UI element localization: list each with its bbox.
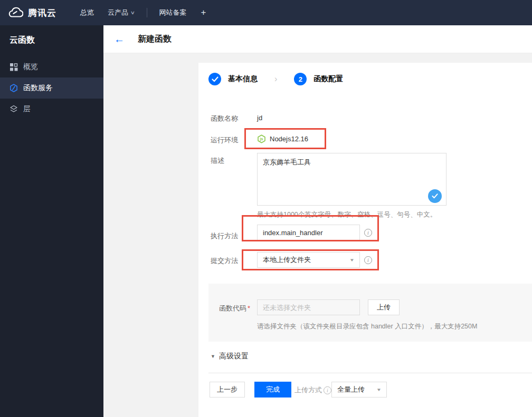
description-label: 描述 xyxy=(211,156,224,166)
check-icon xyxy=(212,76,218,82)
submit-method-label: 提交方法 xyxy=(211,256,238,266)
step2-label: 函数配置 xyxy=(314,74,343,84)
previous-step-button[interactable]: 上一步 xyxy=(210,382,245,397)
finish-button[interactable]: 完成 xyxy=(254,382,291,397)
handler-input[interactable] xyxy=(257,225,360,240)
runtime-value-row: js Nodejs12.16 xyxy=(257,134,308,143)
brand-name: 腾讯云 xyxy=(28,7,56,19)
step-chevron-icon: › xyxy=(274,74,277,84)
nav-item-overview[interactable]: 总览 xyxy=(73,0,101,25)
submit-method-value: 本地上传文件夹 xyxy=(263,255,311,265)
handler-info-icon[interactable]: i xyxy=(364,229,372,237)
svg-text:js: js xyxy=(260,137,263,141)
cloud-logo-icon xyxy=(7,7,23,18)
submit-method-info-icon[interactable]: i xyxy=(364,256,372,264)
dropdown-arrow-icon: ▼ xyxy=(376,387,382,392)
advanced-settings-toggle[interactable]: ▼ 高级设置 xyxy=(211,352,249,361)
sidebar-item-label: 概览 xyxy=(23,62,38,72)
function-code-hint: 请选择文件夹（该文件夹根目录应包含 handler 入口文件），最大支持250M xyxy=(257,322,477,331)
sidebar-item-overview[interactable]: 概览 xyxy=(0,56,103,77)
nav-item-cloud-products[interactable]: 云产品 ∨ xyxy=(101,0,141,25)
layers-icon xyxy=(10,105,18,113)
add-shortcut-button[interactable]: + xyxy=(194,7,214,18)
step2-number-circle: 2 xyxy=(294,73,307,85)
required-asterisk: * xyxy=(248,304,250,312)
description-hint: 最大支持1000个英文字母、数字、空格、逗号、句号、中文。 xyxy=(257,210,436,219)
sidebar-title: 云函数 xyxy=(0,25,103,46)
chevron-down-icon: ∨ xyxy=(130,10,135,15)
function-name-value: jd xyxy=(257,114,262,122)
sidebar-item-function-service[interactable]: 函数服务 xyxy=(0,77,103,99)
sidebar-item-layers[interactable]: 层 xyxy=(0,99,103,120)
runtime-value: Nodejs12.16 xyxy=(270,135,308,143)
page-title: 新建函数 xyxy=(138,34,172,45)
grid-icon xyxy=(10,63,18,71)
advanced-settings-label: 高级设置 xyxy=(219,352,249,361)
step1-label: 基本信息 xyxy=(228,74,258,84)
sidebar-item-label: 层 xyxy=(23,104,31,114)
dropdown-arrow-icon: ▼ xyxy=(349,258,355,263)
submit-method-select[interactable]: 本地上传文件夹 ▼ xyxy=(257,252,360,268)
upload-button[interactable]: 上传 xyxy=(368,299,400,315)
step1-done-circle xyxy=(208,73,221,85)
upload-mode-value: 全量上传 xyxy=(337,385,365,394)
step-indicator: 基本信息 › 2 函数配置 xyxy=(208,73,343,85)
back-arrow-icon[interactable]: ← xyxy=(114,34,125,44)
sidebar-item-label: 函数服务 xyxy=(23,83,53,93)
function-code-section: 函数代码* 上传 请选择文件夹（该文件夹根目录应包含 handler 入口文件）… xyxy=(208,284,532,342)
top-navbar: 腾讯云 总览 云产品 ∨ 网站备案 + xyxy=(0,0,532,25)
nav-divider xyxy=(147,8,147,17)
description-valid-check-icon xyxy=(428,189,442,203)
create-function-panel: 基本信息 › 2 函数配置 函数名称 jd 运行环境 运行环境 js Nodej… xyxy=(198,63,532,417)
footer-divider xyxy=(208,373,532,373)
content-header: ← 新建函数 xyxy=(103,25,532,53)
tencent-cloud-logo[interactable]: 腾讯云 xyxy=(7,7,56,19)
upload-mode-label: 上传方式 i xyxy=(294,385,331,395)
folder-path-input[interactable] xyxy=(257,299,360,315)
handler-label: 执行方法 xyxy=(211,231,238,241)
function-name-label: 函数名称 xyxy=(211,114,238,123)
runtime-label: 运行环境 xyxy=(211,135,238,145)
sidebar-menu: 概览 函数服务 层 xyxy=(0,56,103,120)
upload-mode-select[interactable]: 全量上传 ▼ xyxy=(331,382,387,397)
scf-hexagon-icon xyxy=(10,84,18,92)
nodejs-icon: js xyxy=(257,134,266,143)
description-textarea[interactable]: 京东薅羊毛工具 xyxy=(257,153,446,206)
nav-item-website-record[interactable]: 网站备案 xyxy=(153,0,194,25)
function-code-label: 函数代码* xyxy=(219,304,250,313)
upload-mode-info-icon[interactable]: i xyxy=(324,386,331,394)
top-nav-menu: 总览 云产品 ∨ 网站备案 + xyxy=(73,0,214,25)
caret-down-icon: ▼ xyxy=(211,354,215,359)
sidebar: 云函数 概览 函数服务 xyxy=(0,25,103,417)
